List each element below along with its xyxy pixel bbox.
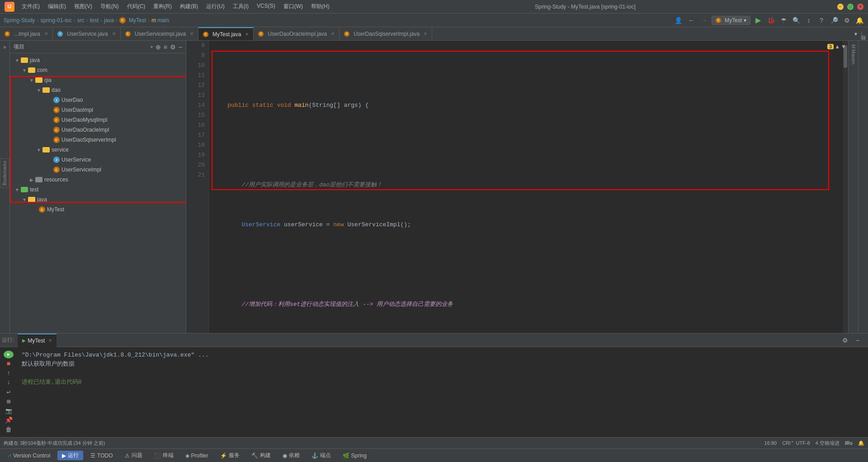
back-button[interactable]: ← bbox=[686, 15, 696, 25]
tree-java[interactable]: ▼ java bbox=[10, 55, 186, 65]
menu-refactor[interactable]: 重构(R) bbox=[150, 1, 175, 12]
tab-userdaoracleimpl[interactable]: C UserDaoOracleImpl.java ✕ bbox=[254, 27, 340, 41]
close-panel-button[interactable]: − bbox=[179, 43, 182, 51]
tree-userservice[interactable]: I UserService bbox=[10, 155, 186, 165]
taskbar-profiler[interactable]: ◈ Profiler bbox=[181, 452, 213, 460]
debug-button[interactable]: 🐞 bbox=[766, 15, 776, 25]
breadcrumb-class[interactable]: MyTest bbox=[129, 17, 146, 24]
taskbar-terminal[interactable]: ⬛ 终端 bbox=[150, 451, 178, 460]
tab-impl[interactable]: C ...Impl.java ✕ bbox=[0, 27, 53, 41]
breadcrumb-java[interactable]: java bbox=[104, 17, 114, 24]
tree-dao[interactable]: ▼ dao bbox=[10, 85, 186, 95]
taskbar-spring[interactable]: 🌿 Spring bbox=[338, 452, 372, 460]
menu-vcs[interactable]: VCS(S) bbox=[253, 1, 279, 12]
tab-userdaosqlserver-close[interactable]: ✕ bbox=[424, 31, 427, 36]
menu-help[interactable]: 帮助(H) bbox=[307, 1, 333, 12]
close-button[interactable]: ✕ bbox=[857, 4, 863, 10]
trash-button[interactable]: 🗑 bbox=[4, 426, 14, 433]
taskbar-deps[interactable]: ◉ 依赖 bbox=[278, 451, 304, 460]
maven-panel-tab[interactable]: M Maven bbox=[851, 44, 856, 64]
menu-edit[interactable]: 编辑(E) bbox=[44, 1, 70, 12]
settings-button[interactable]: ⚙ bbox=[842, 15, 852, 25]
run-panel-settings[interactable]: ⚙ bbox=[840, 335, 850, 345]
menu-window[interactable]: 窗口(W) bbox=[280, 1, 307, 12]
breadcrumb-src[interactable]: src bbox=[77, 17, 85, 24]
taskbar-problems[interactable]: ⚠ 问题 bbox=[120, 451, 147, 460]
run-tab[interactable]: ▶ MyTest ✕ bbox=[18, 333, 57, 347]
tab-userdaosqlserver[interactable]: C UserDaoSqlserverImpl.java ✕ bbox=[340, 27, 432, 41]
scroll-up-button[interactable]: ↑ bbox=[4, 369, 14, 377]
scroll-down-button[interactable]: ↓ bbox=[4, 379, 14, 386]
menu-tools[interactable]: 工具(I) bbox=[229, 1, 252, 12]
tree-test[interactable]: ▼ test bbox=[10, 185, 186, 195]
search-everywhere-button[interactable]: 🔍 bbox=[791, 15, 801, 25]
tab-impl-close[interactable]: ✕ bbox=[44, 31, 48, 36]
forward-button[interactable]: → bbox=[699, 15, 709, 25]
add-content-button[interactable]: ⊕ bbox=[156, 43, 161, 51]
help-button[interactable]: ? bbox=[816, 15, 826, 25]
notifications-button[interactable]: 🔔 bbox=[854, 15, 864, 25]
status-encoding[interactable]: CRl⌃ UTF-8 bbox=[782, 440, 810, 446]
bookmarks-sidebar-tab[interactable]: Bookmarks bbox=[0, 158, 9, 188]
search-button[interactable]: 🔎 bbox=[829, 15, 839, 25]
tab-userserviceimpl[interactable]: C UserServiceImpl.java ✕ bbox=[121, 27, 198, 41]
print-button[interactable]: ⊞ bbox=[4, 398, 14, 405]
status-indent[interactable]: 4 空格缩进 bbox=[816, 440, 840, 447]
maximize-button[interactable]: □ bbox=[847, 4, 854, 10]
project-panel-toggle[interactable]: ≡ bbox=[1, 43, 9, 52]
menu-build[interactable]: 构建(B) bbox=[176, 1, 202, 12]
stop-button[interactable]: ■ bbox=[4, 360, 14, 368]
pin-button[interactable]: 📌 bbox=[4, 416, 14, 424]
taskbar-services[interactable]: ⚡ 服务 bbox=[216, 451, 244, 460]
editor-scrollbar[interactable]: 3 ▲ ▼ bbox=[843, 41, 848, 333]
taskbar-version-control[interactable]: ⑁ Version Control bbox=[4, 452, 55, 460]
tree-userdaomysql[interactable]: C UserDaoMysqlImpl bbox=[10, 115, 186, 125]
tree-userdaosql[interactable]: C UserDaoSqlserverImpl bbox=[10, 135, 186, 145]
run-tab-close[interactable]: ✕ bbox=[48, 338, 52, 343]
tree-mytest[interactable]: C MyTest bbox=[10, 205, 186, 214]
show-options-button[interactable]: ⚙ bbox=[170, 43, 176, 51]
rerun-button[interactable]: ▶ bbox=[4, 351, 14, 358]
minimize-button[interactable]: − bbox=[837, 4, 844, 10]
taskbar-todo[interactable]: ☰ TODO bbox=[86, 452, 117, 460]
tab-userdaoracleimpl-close[interactable]: ✕ bbox=[331, 31, 335, 36]
tree-userserviceimpl[interactable]: C UserServiceImpl bbox=[10, 165, 186, 175]
tree-test-java[interactable]: ▼ java bbox=[10, 195, 186, 205]
tree-com[interactable]: ▼ com bbox=[10, 65, 186, 75]
tree-userdao[interactable]: I UserDao bbox=[10, 95, 186, 105]
vcs-button[interactable]: ↕ bbox=[804, 15, 814, 25]
menu-navigate[interactable]: 导航(N) bbox=[97, 1, 123, 12]
taskbar-build[interactable]: 🔨 构建 bbox=[247, 451, 275, 460]
menu-view[interactable]: 视图(V) bbox=[71, 1, 96, 12]
taskbar-run[interactable]: ▶ 运行 bbox=[57, 451, 83, 460]
taskbar-endpoints[interactable]: ⚓ 端点 bbox=[307, 451, 335, 460]
collapse-all-button[interactable]: ≡ bbox=[164, 43, 167, 51]
profile-button[interactable]: 👤 bbox=[674, 15, 684, 25]
tree-resources[interactable]: ▶ resources bbox=[10, 175, 186, 185]
menu-file[interactable]: 文件(E) bbox=[18, 1, 43, 12]
status-position[interactable]: 16:80 bbox=[764, 440, 777, 446]
status-notification[interactable]: 🔔 bbox=[858, 440, 864, 446]
tree-userdaoimpl[interactable]: C UserDaoImpl bbox=[10, 105, 186, 115]
menu-run[interactable]: 运行(U) bbox=[203, 1, 228, 12]
run-button[interactable]: ▶ bbox=[753, 15, 763, 25]
tree-qia[interactable]: ▼ qia bbox=[10, 75, 186, 85]
camera-button[interactable]: 📷 bbox=[4, 407, 14, 415]
tree-userdaooracle[interactable]: C UserDaoOracleImpl bbox=[10, 125, 186, 135]
run-panel-collapse[interactable]: − bbox=[853, 335, 863, 345]
coverage-button[interactable]: ☂ bbox=[778, 15, 788, 25]
code-editor[interactable]: public static void main(String[] args) {… bbox=[209, 41, 843, 333]
breadcrumb-test[interactable]: test bbox=[90, 17, 99, 24]
breadcrumb-project[interactable]: Spring-Study bbox=[4, 17, 35, 24]
tab-userservice-close[interactable]: ✕ bbox=[112, 31, 116, 36]
menu-code[interactable]: 代码(C) bbox=[123, 1, 149, 12]
tab-mytest[interactable]: C MyTest.java ✕ bbox=[198, 27, 254, 41]
breadcrumb-module[interactable]: spring-01-ioc bbox=[40, 17, 71, 24]
wrap-button[interactable]: ↩ bbox=[4, 388, 14, 396]
tab-userserviceimpl-close[interactable]: ✕ bbox=[190, 31, 193, 36]
run-config-selector[interactable]: C MyTest ▾ bbox=[712, 16, 750, 25]
tab-mytest-close[interactable]: ✕ bbox=[245, 32, 249, 37]
breadcrumb-method[interactable]: main bbox=[157, 17, 169, 24]
tab-userservice[interactable]: I UserService.java ✕ bbox=[53, 27, 121, 41]
status-git[interactable]: IRs bbox=[845, 440, 853, 446]
